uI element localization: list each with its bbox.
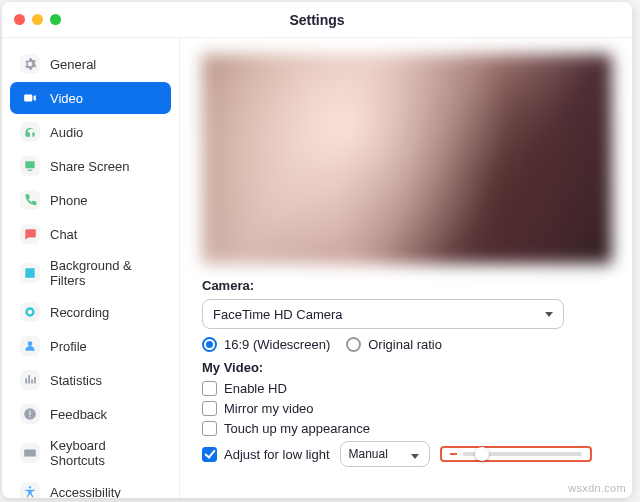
- phone-icon: [20, 190, 40, 210]
- aspect-original-radio[interactable]: Original ratio: [346, 337, 442, 352]
- low-light-slider-highlight: [440, 446, 592, 462]
- maximize-icon[interactable]: [50, 14, 61, 25]
- feedback-icon: [20, 404, 40, 424]
- radio-label: 16:9 (Widescreen): [224, 337, 330, 352]
- checkbox-label: Adjust for low light: [224, 447, 330, 462]
- record-icon: [20, 302, 40, 322]
- checkbox-icon: [202, 421, 217, 436]
- sidebar-item-statistics[interactable]: Statistics: [10, 364, 171, 396]
- sidebar-item-chat[interactable]: Chat: [10, 218, 171, 250]
- share-screen-icon: [20, 156, 40, 176]
- sidebar-item-label: Recording: [50, 305, 109, 320]
- my-video-section-label: My Video:: [202, 360, 612, 375]
- sidebar-item-feedback[interactable]: Feedback: [10, 398, 171, 430]
- video-icon: [20, 88, 40, 108]
- sidebar-item-label: Share Screen: [50, 159, 130, 174]
- keyboard-icon: [20, 443, 40, 463]
- sidebar-item-share-screen[interactable]: Share Screen: [10, 150, 171, 182]
- radio-label: Original ratio: [368, 337, 442, 352]
- checkbox-label: Touch up my appearance: [224, 421, 370, 436]
- sidebar-item-label: Video: [50, 91, 83, 106]
- minus-icon: [450, 453, 458, 455]
- accessibility-icon: [20, 482, 40, 498]
- aspect-widescreen-radio[interactable]: 16:9 (Widescreen): [202, 337, 330, 352]
- checkbox-icon: [202, 381, 217, 396]
- low-light-mode-select[interactable]: Manual: [340, 441, 430, 467]
- minimize-icon[interactable]: [32, 14, 43, 25]
- headphones-icon: [20, 122, 40, 142]
- checkbox-icon: [202, 401, 217, 416]
- filters-icon: [20, 263, 40, 283]
- touch-up-checkbox[interactable]: Touch up my appearance: [202, 421, 612, 436]
- checkbox-label: Mirror my video: [224, 401, 314, 416]
- sidebar-item-label: General: [50, 57, 96, 72]
- sidebar-item-label: Background & Filters: [50, 258, 161, 288]
- profile-icon: [20, 336, 40, 356]
- sidebar-item-label: Keyboard Shortcuts: [50, 438, 161, 468]
- camera-selected-value: FaceTime HD Camera: [213, 307, 343, 322]
- sidebar-item-label: Phone: [50, 193, 88, 208]
- sidebar-item-label: Feedback: [50, 407, 107, 422]
- checkbox-icon: [202, 447, 217, 462]
- camera-section-label: Camera:: [202, 278, 612, 293]
- adjust-low-light-checkbox[interactable]: Adjust for low light: [202, 447, 330, 462]
- enable-hd-checkbox[interactable]: Enable HD: [202, 381, 612, 396]
- sidebar-item-phone[interactable]: Phone: [10, 184, 171, 216]
- statistics-icon: [20, 370, 40, 390]
- close-icon[interactable]: [14, 14, 25, 25]
- radio-icon: [346, 337, 361, 352]
- window-controls: [14, 14, 61, 25]
- sidebar-item-label: Profile: [50, 339, 87, 354]
- camera-preview: [202, 54, 612, 264]
- sidebar-item-recording[interactable]: Recording: [10, 296, 171, 328]
- content-pane: Camera: FaceTime HD Camera 16:9 (Widescr…: [180, 38, 632, 498]
- radio-icon: [202, 337, 217, 352]
- sidebar-item-profile[interactable]: Profile: [10, 330, 171, 362]
- sidebar-item-general[interactable]: General: [10, 48, 171, 80]
- sidebar-item-label: Chat: [50, 227, 77, 242]
- chat-icon: [20, 224, 40, 244]
- sidebar: General Video Audio Share Screen Phone C: [2, 38, 180, 498]
- sidebar-item-accessibility[interactable]: Accessibility: [10, 476, 171, 498]
- sidebar-item-background-filters[interactable]: Background & Filters: [10, 252, 171, 294]
- window-title: Settings: [289, 12, 344, 28]
- settings-window: Settings General Video Audio Share Scree…: [2, 2, 632, 498]
- low-light-mode-value: Manual: [349, 447, 388, 461]
- sidebar-item-audio[interactable]: Audio: [10, 116, 171, 148]
- watermark: wsxdn.com: [568, 482, 626, 494]
- sidebar-item-video[interactable]: Video: [10, 82, 171, 114]
- camera-select[interactable]: FaceTime HD Camera: [202, 299, 564, 329]
- titlebar: Settings: [2, 2, 632, 38]
- gear-icon: [20, 54, 40, 74]
- sidebar-item-label: Statistics: [50, 373, 102, 388]
- sidebar-item-label: Accessibility: [50, 485, 121, 499]
- low-light-slider[interactable]: [463, 452, 581, 456]
- mirror-video-checkbox[interactable]: Mirror my video: [202, 401, 612, 416]
- sidebar-item-keyboard-shortcuts[interactable]: Keyboard Shortcuts: [10, 432, 171, 474]
- sidebar-item-label: Audio: [50, 125, 83, 140]
- checkbox-label: Enable HD: [224, 381, 287, 396]
- slider-thumb[interactable]: [475, 447, 489, 461]
